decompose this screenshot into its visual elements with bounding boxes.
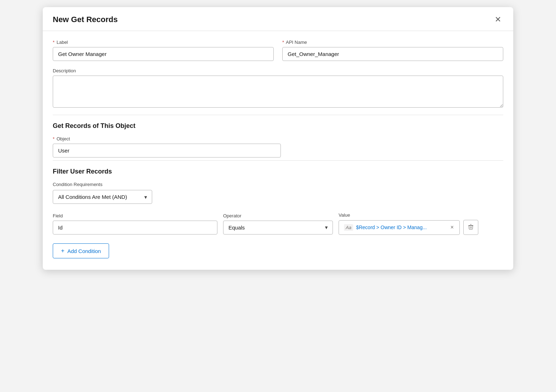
description-row: Description — [53, 68, 503, 108]
modal-title: New Get Records — [53, 15, 118, 24]
plus-icon: + — [61, 247, 65, 254]
value-clear-icon: × — [451, 224, 454, 230]
filter-section: Filter User Records Condition Requiremen… — [53, 168, 503, 258]
condition-requirements-label: Condition Requirements — [53, 182, 503, 187]
description-group: Description — [53, 68, 503, 108]
api-name-input[interactable] — [282, 47, 503, 61]
object-group: * Object — [53, 136, 281, 158]
operator-select[interactable]: Equals Not Equal To Contains Starts With… — [223, 221, 333, 234]
value-tag-text: $Record > Owner ID > Manag... — [356, 225, 447, 230]
condition-row: Field Operator Equals Not Equal To Conta… — [53, 212, 503, 235]
get-records-section: Get Records of This Object * Object — [53, 122, 503, 158]
close-icon: ✕ — [495, 15, 501, 24]
modal-body: * Label * API Name Description — [43, 31, 513, 270]
label-required-star: * — [53, 40, 55, 45]
condition-value-inner: Aa $Record > Owner ID > Manag... × — [339, 220, 478, 235]
condition-field-input[interactable] — [53, 221, 217, 234]
trash-icon — [468, 224, 474, 231]
condition-field-group: Field — [53, 213, 217, 234]
value-clear-button[interactable]: × — [450, 225, 454, 230]
value-col-label: Value — [339, 212, 350, 218]
new-get-records-modal: New Get Records ✕ * Label * API Name — [43, 7, 513, 270]
modal-header: New Get Records ✕ — [43, 7, 513, 31]
get-records-section-title: Get Records of This Object — [53, 122, 503, 130]
value-input-box[interactable]: Aa $Record > Owner ID > Manag... × — [339, 220, 460, 235]
condition-operator-group: Operator Equals Not Equal To Contains St… — [223, 213, 333, 234]
value-type-icon: Aa — [344, 224, 353, 231]
svg-rect-1 — [470, 224, 472, 225]
api-name-required-star: * — [282, 40, 284, 45]
object-input[interactable] — [53, 144, 281, 158]
divider-2 — [53, 160, 503, 161]
field-col-label: Field — [53, 213, 217, 218]
object-required-star: * — [53, 136, 55, 141]
divider-1 — [53, 115, 503, 115]
label-group: * Label — [53, 40, 274, 61]
condition-requirements-group: Condition Requirements All Conditions Ar… — [53, 182, 503, 204]
description-label: Description — [53, 68, 503, 73]
api-name-group: * API Name — [282, 40, 503, 61]
description-textarea[interactable] — [53, 76, 503, 108]
close-button[interactable]: ✕ — [493, 14, 503, 25]
filter-section-title: Filter User Records — [53, 168, 503, 175]
add-condition-button[interactable]: + Add Condition — [53, 243, 109, 258]
condition-requirements-select-wrapper: All Conditions Are Met (AND) Any Conditi… — [53, 190, 152, 204]
condition-requirements-select[interactable]: All Conditions Are Met (AND) Any Conditi… — [53, 190, 152, 204]
operator-select-wrapper: Equals Not Equal To Contains Starts With… — [223, 221, 333, 234]
label-field-label: * Label — [53, 40, 274, 45]
label-apiname-row: * Label * API Name — [53, 40, 503, 61]
label-input[interactable] — [53, 47, 274, 61]
api-name-field-label: * API Name — [282, 40, 503, 45]
add-condition-label: Add Condition — [67, 248, 101, 254]
object-label: * Object — [53, 136, 281, 141]
operator-col-label: Operator — [223, 213, 333, 218]
condition-value-group: Value Aa $Record > Owner ID > Manag... × — [339, 212, 503, 235]
delete-condition-button[interactable] — [463, 220, 478, 235]
